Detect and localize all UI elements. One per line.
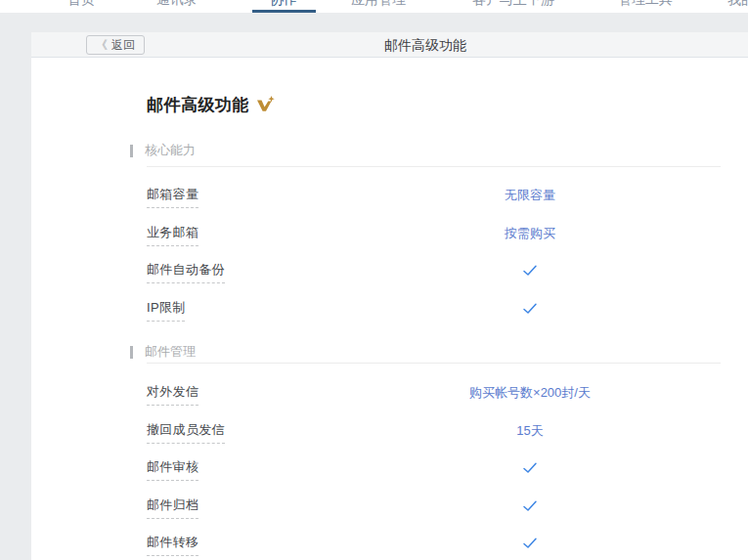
section-divider: [147, 363, 721, 364]
feature-label[interactable]: 邮件归档: [147, 496, 198, 519]
panel-header-title: 邮件高级功能: [384, 37, 466, 55]
check-icon: [523, 263, 538, 275]
nav-tab-3[interactable]: 协作: [270, 0, 297, 9]
feature-label[interactable]: 对外发信: [147, 383, 198, 406]
feature-value: 按需购买: [505, 225, 555, 242]
section-header-1: 核心能力: [130, 142, 196, 159]
section-title: 核心能力: [145, 142, 196, 159]
check-icon: [523, 536, 538, 547]
feature-label[interactable]: 业务邮箱: [147, 224, 198, 246]
premium-v-icon: [256, 96, 276, 113]
feature-label[interactable]: 邮件转移: [147, 534, 198, 556]
section-header-2: 邮件管理: [130, 343, 196, 361]
nav-tab-6[interactable]: 管理工具: [618, 0, 673, 9]
feature-value: 无限容量: [505, 187, 555, 204]
nav-tab-1[interactable]: 首页: [67, 0, 95, 9]
nav-tab-4[interactable]: 应用管理: [351, 0, 406, 9]
back-icon: 《: [96, 38, 108, 52]
nav-tab-2[interactable]: 通讯录: [156, 0, 198, 9]
page-title-row: 邮件高级功能: [147, 94, 276, 116]
active-tab-underline: [252, 10, 316, 13]
section-title: 邮件管理: [145, 343, 196, 361]
feature-label[interactable]: 撤回成员发信: [147, 421, 225, 444]
feature-value: 15天: [516, 422, 543, 440]
section-bar-icon: [130, 346, 133, 359]
top-nav: 首页通讯录协作应用管理客户与上下游管理工具我的企业: [0, 0, 748, 13]
feature-label[interactable]: 邮箱容量: [147, 186, 198, 208]
content-panel: 《返回 邮件高级功能 邮件高级功能 核心能力邮箱容量无限容量业务邮箱按需购买邮件…: [31, 32, 748, 560]
check-icon: [523, 460, 538, 472]
section-divider: [147, 166, 721, 167]
page-title: 邮件高级功能: [147, 94, 249, 116]
back-button-label: 返回: [111, 38, 135, 52]
feature-label[interactable]: 邮件自动备份: [147, 261, 225, 283]
nav-tab-7[interactable]: 我的企业: [727, 0, 748, 9]
nav-tab-5[interactable]: 客户与上下游: [472, 0, 554, 9]
check-icon: [523, 301, 538, 313]
check-icon: [523, 498, 538, 510]
back-button[interactable]: 《返回: [86, 35, 145, 55]
section-bar-icon: [130, 145, 133, 157]
feature-label[interactable]: IP限制: [147, 299, 185, 322]
panel-header: 《返回 邮件高级功能: [31, 32, 748, 58]
feature-label[interactable]: 邮件审核: [147, 458, 198, 481]
feature-value: 购买帐号数×200封/天: [469, 384, 591, 402]
